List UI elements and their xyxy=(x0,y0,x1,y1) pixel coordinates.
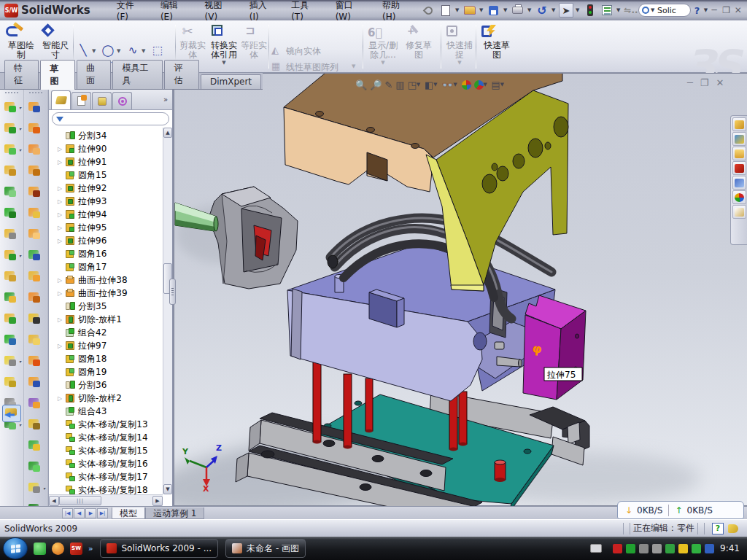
tray-antivirus-icon[interactable] xyxy=(692,544,701,553)
scroll-up-icon[interactable]: ▲ xyxy=(163,128,172,138)
vtb2-icon-11[interactable] xyxy=(28,332,42,347)
vtb2-icon-17[interactable] xyxy=(28,459,42,474)
vtb1-icon-3[interactable] xyxy=(4,163,18,178)
vtb1-icon-5[interactable] xyxy=(4,206,18,220)
tree-item[interactable]: ▷拉伸90 xyxy=(49,142,163,155)
tree-item[interactable]: ▷曲面-拉伸39 xyxy=(49,287,163,300)
view-orientation-icon[interactable]: ◳▼ xyxy=(408,79,422,90)
vtb1-icon-0[interactable]: ▾ xyxy=(4,100,18,114)
vtb2-icon-6[interactable] xyxy=(28,227,42,241)
sketch-tool-mirror-ent[interactable]: ⬚ xyxy=(150,44,165,57)
dropdown-icon[interactable]: ▼ xyxy=(455,7,460,13)
view-setting-icon[interactable]: ▤▼ xyxy=(492,79,506,90)
vtb2-icon-4[interactable] xyxy=(28,184,42,199)
tab-scroll-prev-icon[interactable]: ◀ xyxy=(74,508,85,518)
model-tab-1[interactable]: 运动算例 1 xyxy=(145,508,204,519)
filter-input[interactable] xyxy=(52,112,169,125)
sketch-tool-circle[interactable]: ◯ xyxy=(101,44,115,57)
cmd-8[interactable]: 快速草 图 xyxy=(480,23,514,60)
vtb2-icon-16[interactable] xyxy=(28,438,42,453)
cmd-row-0[interactable]: 镜向实体 xyxy=(286,45,321,58)
doc-restore-icon[interactable]: ❐ xyxy=(700,77,709,88)
view-rotate-icon[interactable]: ✎ xyxy=(384,79,392,90)
tree-item[interactable]: 分割36 xyxy=(49,378,163,392)
vtb2-icon-13[interactable] xyxy=(28,375,42,389)
cmd-row-1[interactable]: 线性草图阵列 xyxy=(286,61,338,74)
tree-item[interactable]: ▷拉伸94 xyxy=(49,208,163,221)
cmd-7[interactable]: 快速捕 捉▼ xyxy=(444,23,476,66)
vtb2-icon-2[interactable] xyxy=(28,142,42,157)
traffic-light-icon[interactable] xyxy=(583,3,597,18)
cmtab-特征[interactable]: 特征 xyxy=(4,60,39,89)
collapse-icon[interactable]: ⇋.. xyxy=(624,3,638,18)
vtb1-icon-13[interactable] xyxy=(4,375,18,389)
vtb1-icon-11[interactable] xyxy=(4,332,18,347)
tab-dimxpertmanager[interactable] xyxy=(112,92,132,109)
tree-item[interactable]: 圆角15 xyxy=(49,168,163,182)
display-style-icon[interactable]: ◧▼ xyxy=(425,79,438,90)
tab-propertymanager[interactable] xyxy=(71,92,91,109)
tree-item[interactable]: 实体-移动/复制16 xyxy=(49,457,163,470)
close-button[interactable]: ✕ xyxy=(732,4,744,16)
tree-item[interactable]: 组合43 xyxy=(49,405,163,418)
solidworks-resources-icon[interactable] xyxy=(732,161,746,175)
dropdown-icon[interactable]: ▼ xyxy=(616,7,622,13)
scroll-right-icon[interactable]: ▶ xyxy=(152,496,163,506)
tab-featuremanager[interactable] xyxy=(51,90,71,109)
tree-item[interactable]: ▷拉伸95 xyxy=(49,221,163,234)
tree-item[interactable]: 组合42 xyxy=(49,326,163,339)
scroll-left-icon[interactable]: ◀ xyxy=(49,496,59,506)
cmd-3[interactable]: 转换实 体引用▼ xyxy=(209,23,239,66)
cmtab-草图[interactable]: 草图 xyxy=(40,60,74,90)
tree-hscroll-thumb[interactable]: ||| xyxy=(59,496,101,505)
tree-item[interactable]: ▷拉伸92 xyxy=(49,182,163,195)
tree-item[interactable]: ▷拉伸91 xyxy=(49,155,163,168)
graphics-area[interactable]: φ 拉伸75 Y Z X xyxy=(174,73,747,506)
cmd-6[interactable]: ＋修复草 图 xyxy=(403,23,435,60)
scroll-down-icon[interactable]: ▼ xyxy=(163,484,172,494)
search-input[interactable]: ▼ Solic xyxy=(638,4,691,17)
appearances-icon[interactable] xyxy=(732,190,746,204)
vtb1-icon-6[interactable] xyxy=(4,227,18,241)
vtb1-icon-4[interactable] xyxy=(4,184,18,199)
vtb2-icon-7[interactable] xyxy=(28,248,42,262)
dropdown-icon[interactable]: ▼ xyxy=(503,7,508,13)
tree-horizontal-scrollbar[interactable]: ◀ ||| ▶ xyxy=(49,494,163,506)
vtb2-icon-1[interactable] xyxy=(28,121,42,136)
vtb2-icon-0[interactable] xyxy=(28,100,42,114)
tree-item[interactable]: ▷切除-放样2 xyxy=(49,392,163,405)
cmtab-DimXpert[interactable]: DimXpert xyxy=(201,74,261,89)
quicklaunch-app-icon[interactable] xyxy=(52,542,64,555)
vtb1-icon-7[interactable]: ▾ xyxy=(4,248,18,262)
instant3d-button[interactable] xyxy=(2,405,21,422)
quicklaunch-messenger-icon[interactable] xyxy=(34,542,46,555)
cmtab-评估[interactable]: 评估 xyxy=(164,60,198,89)
tree-item[interactable]: ▷拉伸93 xyxy=(49,195,163,208)
tree-item[interactable]: 分割35 xyxy=(49,300,163,313)
sketch-tool-line[interactable]: ╲ xyxy=(76,44,90,57)
save-icon[interactable] xyxy=(487,3,501,18)
vtb1-icon-12[interactable]: ▾ xyxy=(4,354,18,368)
tray-phone-icon[interactable] xyxy=(665,544,675,553)
cmd-4[interactable]: ⊐等距实 体 xyxy=(241,23,267,60)
print-icon[interactable] xyxy=(511,3,525,18)
vtb2-icon-9[interactable] xyxy=(28,290,42,305)
home-icon[interactable] xyxy=(732,117,746,131)
cmtab-模具工具[interactable]: 模具工具 xyxy=(112,60,163,89)
vtb2-icon-10[interactable] xyxy=(28,311,42,326)
undo-icon[interactable]: ↺ xyxy=(535,3,549,18)
search-dropdown-icon[interactable]: ▼ xyxy=(651,7,656,13)
doc-close-icon[interactable]: ✕ xyxy=(716,77,724,88)
taskbar-button-0[interactable]: SolidWorks 2009 - ... xyxy=(100,539,218,558)
tree-item[interactable]: ▷拉伸97 xyxy=(49,339,163,352)
tab-scroll-first-icon[interactable]: |◀ xyxy=(62,508,73,518)
vtb1-icon-1[interactable]: ▾ xyxy=(4,121,18,136)
tab-scroll-next-icon[interactable]: ▶ xyxy=(85,508,96,518)
tray-security-icon[interactable] xyxy=(613,544,622,553)
tree-item[interactable]: 实体-移动/复制14 xyxy=(49,431,163,444)
dropdown-icon[interactable]: ▼ xyxy=(479,7,484,13)
dropdown-icon[interactable]: ▼ xyxy=(527,7,533,13)
tab-configurationmanager[interactable] xyxy=(92,92,112,109)
tab-scroll-last-icon[interactable]: ▶| xyxy=(97,508,108,518)
vtb2-icon-3[interactable] xyxy=(28,163,42,178)
